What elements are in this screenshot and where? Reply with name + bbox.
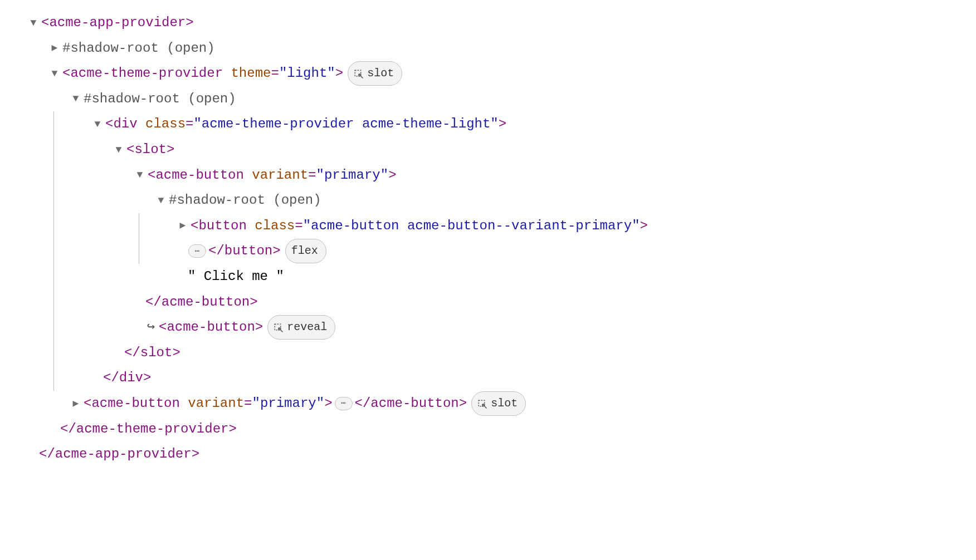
reveal-icon <box>354 69 364 78</box>
tree-row[interactable]: #shadow-root (open) <box>28 188 948 213</box>
expand-arrow-icon[interactable] <box>113 140 124 159</box>
tree-row[interactable]: ↪ <acme-button> reveal <box>28 315 948 340</box>
dom-tree: <acme-app-provider> #shadow-root (open) … <box>0 0 976 477</box>
slot-reveal-badge[interactable]: slot <box>348 61 402 86</box>
shadow-root-label: #shadow-root (open) <box>84 86 236 112</box>
tree-row[interactable]: <div class="acme-theme-provider acme-the… <box>28 111 948 137</box>
slot-reveal-badge[interactable]: slot <box>471 391 526 416</box>
tag-name: acme-button <box>167 315 255 340</box>
reveal-icon <box>477 399 487 408</box>
ellipsis-badge[interactable]: ⋯ <box>335 397 353 410</box>
attr-value: "acme-theme-provider acme-theme-light" <box>193 111 498 137</box>
attr-value: "light" <box>279 61 335 86</box>
attr-value: "primary" <box>252 391 324 416</box>
tree-row[interactable]: <acme-button variant="primary"> <box>28 163 948 188</box>
badge-label: flex <box>291 240 318 262</box>
tag-name: button <box>225 238 272 264</box>
tag-name: acme-theme-provider <box>70 61 223 86</box>
tree-row[interactable]: <acme-app-provider> <box>28 10 948 36</box>
tag-name: div <box>119 365 143 391</box>
tree-row[interactable]: <acme-button variant="primary"> ⋯ </acme… <box>28 391 948 416</box>
tree-row[interactable]: " Click me " <box>28 264 948 289</box>
tag-close-punct: > <box>186 10 193 36</box>
badge-label: slot <box>491 393 518 414</box>
tag-name: acme-button <box>370 391 458 416</box>
tree-row[interactable]: <acme-theme-provider theme="light"> slot <box>28 61 948 86</box>
tree-row[interactable]: <slot> <box>28 137 948 163</box>
reveal-icon <box>274 323 284 332</box>
tag-open-punct: < <box>41 10 49 36</box>
tree-row[interactable]: #shadow-root (open) <box>28 36 948 61</box>
attr-name: class <box>255 213 295 239</box>
expand-arrow-icon[interactable] <box>49 38 60 57</box>
tag-name: acme-button <box>162 289 250 315</box>
flex-badge[interactable]: flex <box>285 239 326 263</box>
expand-arrow-icon[interactable] <box>49 64 60 83</box>
attr-name: theme <box>231 61 271 86</box>
tree-row[interactable]: <button class="acme-button acme-button--… <box>28 213 948 239</box>
shadow-root-label: #shadow-root (open) <box>62 36 215 61</box>
tag-name: acme-button <box>155 163 243 188</box>
expand-arrow-icon[interactable] <box>92 115 103 134</box>
tree-row[interactable]: #shadow-root (open) <box>28 86 948 112</box>
attr-name: variant <box>252 163 308 188</box>
text-node: " Click me " <box>188 264 284 289</box>
tree-row[interactable]: </acme-theme-provider> <box>28 416 948 442</box>
tag-name: acme-theme-provider <box>76 416 229 442</box>
tree-row[interactable]: </slot> <box>28 340 948 366</box>
attr-value: "acme-button acme-button--variant-primar… <box>303 213 640 239</box>
tag-name: acme-app-provider <box>55 441 192 467</box>
expand-arrow-icon[interactable] <box>134 165 145 184</box>
tag-name: acme-button <box>91 391 179 416</box>
badge-label: slot <box>367 63 394 84</box>
slotted-link-arrow-icon: ↪ <box>145 315 157 340</box>
ellipsis-badge[interactable]: ⋯ <box>188 244 206 258</box>
attr-name: class <box>145 111 186 137</box>
tag-name: slot <box>134 137 167 163</box>
tag-name: button <box>198 213 246 239</box>
expand-arrow-icon[interactable] <box>155 191 167 210</box>
attr-name: variant <box>188 391 244 416</box>
expand-arrow-icon[interactable] <box>177 216 188 235</box>
expand-arrow-icon[interactable] <box>70 89 81 108</box>
tree-row[interactable]: </acme-app-provider> <box>28 441 948 467</box>
tree-row[interactable]: ⋯ </button> flex <box>28 238 948 264</box>
tag-name: div <box>113 111 137 137</box>
reveal-badge[interactable]: reveal <box>267 315 335 340</box>
attr-value: "primary" <box>316 163 388 188</box>
tree-row[interactable]: </div> <box>28 365 948 391</box>
shadow-root-label: #shadow-root (open) <box>169 188 321 213</box>
tree-row[interactable]: </acme-button> <box>28 289 948 315</box>
expand-arrow-icon[interactable] <box>70 394 81 413</box>
expand-arrow-icon[interactable] <box>28 13 39 32</box>
tag-name: slot <box>140 340 173 366</box>
tag-name: acme-app-provider <box>49 10 186 36</box>
badge-label: reveal <box>287 317 327 338</box>
